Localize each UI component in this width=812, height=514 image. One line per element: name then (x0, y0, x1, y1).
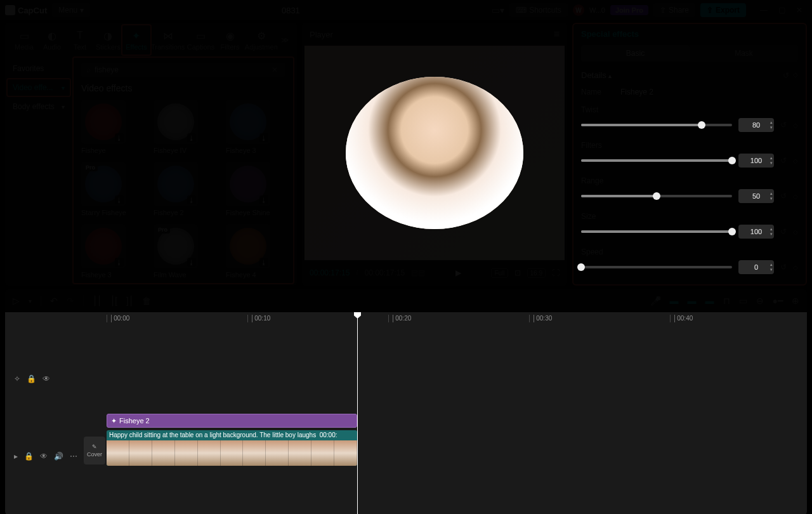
download-icon[interactable]: ⭳ (259, 195, 268, 204)
download-icon[interactable]: ⭳ (259, 258, 268, 267)
reset-icon[interactable]: ↺ (780, 121, 787, 129)
param-value-input[interactable]: 0▴▾ (738, 260, 774, 274)
playhead[interactable] (357, 312, 358, 514)
effect-item[interactable]: Pro⭳Film Wave (154, 224, 213, 279)
step-up-icon[interactable]: ▴ (770, 191, 773, 196)
timeline-ruler[interactable]: │00:00│00:10│00:20│00:30│00:40 (107, 312, 807, 325)
clear-search-icon[interactable]: ✕ (269, 65, 280, 74)
search-input-wrap[interactable]: ⌕ ✕ (81, 63, 285, 77)
preview-icon[interactable]: ▭ (739, 296, 747, 306)
split-icon[interactable]: ⎮⎮ (93, 296, 102, 306)
tab-transitions[interactable]: ⋈Transitions (150, 25, 185, 55)
param-value-input[interactable]: 80▴▾ (738, 118, 774, 132)
effect-clip[interactable]: ✦ Fisheye 2 (107, 414, 357, 428)
play-button[interactable]: ▶ (455, 268, 461, 277)
param-slider[interactable] (581, 159, 732, 162)
tab-text[interactable]: TText (66, 25, 94, 55)
keyframe-icon[interactable]: ◇ (793, 122, 798, 129)
magnet-icon[interactable]: ⊓ (723, 296, 730, 306)
tab-captions[interactable]: ▭Captions (185, 25, 216, 55)
download-icon[interactable]: ⭳ (187, 258, 196, 267)
delete-icon[interactable]: 🗑 (142, 296, 151, 306)
minimize-icon[interactable]: — (756, 3, 771, 18)
fullscreen-icon[interactable]: ⛶ (552, 268, 560, 277)
param-slider[interactable] (581, 266, 732, 268)
tab-effects[interactable]: ✦Effects (122, 25, 150, 55)
split-right-icon[interactable]: ]⎮ (126, 296, 133, 306)
step-down-icon[interactable]: ▾ (770, 267, 773, 272)
select-dropdown-icon[interactable]: ▾ (29, 298, 32, 305)
step-up-icon[interactable]: ▴ (770, 155, 773, 161)
sidebar-body-effects[interactable]: Body effects▾ (8, 98, 70, 115)
mic-icon[interactable]: 🎤 (650, 296, 661, 306)
crop-icon[interactable]: ⊡ (514, 268, 521, 277)
track-toggle-1-icon[interactable]: ▬ (670, 296, 679, 306)
keyframe-icon[interactable]: ◇ (793, 71, 798, 80)
tab-filters[interactable]: ◉Filters (216, 25, 244, 55)
step-down-icon[interactable]: ▾ (770, 125, 773, 130)
player-viewport[interactable] (304, 46, 565, 260)
search-input[interactable] (95, 65, 269, 74)
param-slider[interactable] (581, 195, 732, 197)
effect-item[interactable]: ⭳Fisheye (81, 100, 141, 154)
effect-item[interactable]: ⭳Fisheye Shine (226, 162, 285, 216)
track-collapse-icon[interactable]: ▸ (14, 452, 18, 461)
download-icon[interactable]: ⭳ (259, 133, 268, 142)
zoom-out-icon[interactable]: ⊖ (756, 296, 764, 306)
aspect-ratio-button[interactable]: 16:9 (527, 268, 546, 278)
effect-item[interactable]: Pro⭳Starry Fisheye (81, 162, 141, 216)
step-down-icon[interactable]: ▾ (770, 232, 773, 237)
keyframe-icon[interactable]: ◇ (793, 228, 798, 235)
sidebar-video-effects[interactable]: Video effe...▾ (8, 79, 70, 96)
param-value-input[interactable]: 50▴▾ (738, 189, 774, 203)
export-button[interactable]: ⇪ Export (700, 3, 746, 17)
track-more-icon[interactable]: ⋯ (70, 452, 77, 461)
sidebar-favorites[interactable]: Favorites (8, 60, 70, 77)
collapse-icon[interactable]: ▴ (608, 72, 612, 79)
video-clip[interactable]: Happy child sitting at the table on a li… (107, 430, 357, 466)
effect-item[interactable]: ⭳Fisheye IV (154, 100, 213, 154)
shortcuts-button[interactable]: ⌨ Shortcuts (509, 3, 568, 17)
tab-adjustmen[interactable]: ⚙Adjustmen (244, 25, 278, 55)
step-up-icon[interactable]: ▴ (770, 120, 773, 125)
zoom-slider[interactable]: ●━ (773, 296, 783, 306)
track-lock-icon[interactable]: 🔒 (24, 452, 34, 461)
zoom-in-icon[interactable]: ⊕ (792, 296, 799, 306)
reset-icon[interactable]: ↺ (780, 263, 787, 272)
download-icon[interactable]: ⭳ (187, 195, 196, 204)
track-mute-icon[interactable]: 🔊 (54, 452, 63, 461)
keyframe-icon[interactable]: ◇ (793, 264, 798, 271)
layout-icon[interactable]: ▭▾ (492, 5, 504, 15)
step-up-icon[interactable]: ▴ (770, 262, 773, 267)
download-icon[interactable]: ⭳ (115, 195, 124, 204)
timeline[interactable]: │00:00│00:10│00:20│00:30│00:40 ✧ 🔒 👁 ✦ F… (5, 312, 807, 514)
effect-item[interactable]: ⭳Fisheye 4 (226, 224, 285, 279)
step-up-icon[interactable]: ▴ (770, 227, 773, 232)
download-icon[interactable]: ⭳ (115, 258, 124, 267)
keyframe-icon[interactable]: ◇ (793, 193, 798, 200)
reset-icon[interactable]: ↺ (780, 156, 787, 165)
track-lock-icon[interactable]: 🔒 (27, 374, 36, 383)
step-down-icon[interactable]: ▾ (770, 196, 773, 201)
close-icon[interactable]: ✕ (792, 3, 807, 18)
track-toggle-3-icon[interactable]: ▬ (705, 296, 714, 306)
tab-stickers[interactable]: ◑Stickers (94, 25, 122, 55)
reset-icon[interactable]: ↺ (783, 71, 789, 80)
param-value-input[interactable]: 100▴▾ (738, 225, 774, 239)
reset-icon[interactable]: ↺ (780, 192, 787, 201)
param-slider[interactable] (581, 230, 732, 233)
track-visible-icon[interactable]: 👁 (43, 374, 50, 383)
maximize-icon[interactable]: ▢ (774, 3, 789, 18)
player-menu-icon[interactable]: ≡ (554, 29, 560, 40)
compare-icon[interactable]: ▤▤ (411, 268, 425, 277)
redo-icon[interactable]: ↷ (67, 296, 74, 306)
track-pin-icon[interactable]: ✧ (14, 374, 20, 383)
share-button[interactable]: ⇪ Share (653, 3, 695, 17)
tab-audio[interactable]: ◐Audio (38, 25, 66, 55)
undo-icon[interactable]: ↶ (50, 296, 58, 306)
track-toggle-2-icon[interactable]: ▬ (688, 296, 697, 306)
reset-icon[interactable]: ↺ (780, 227, 787, 236)
menu-button[interactable]: Menu ▾ (52, 3, 89, 17)
step-down-icon[interactable]: ▾ (770, 161, 773, 166)
user-avatar[interactable]: W (573, 4, 584, 16)
